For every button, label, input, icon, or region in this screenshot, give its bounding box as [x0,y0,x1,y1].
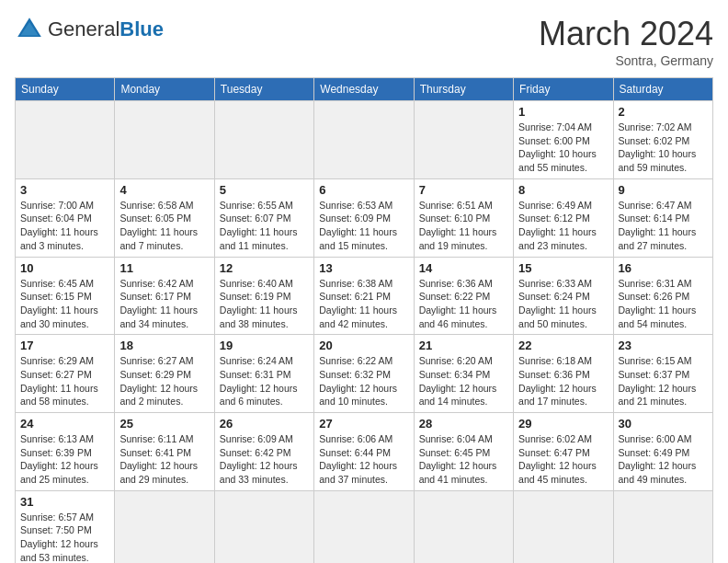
day-number: 18 [119,339,209,352]
day-number: 23 [619,339,708,352]
calendar-cell-r0c2 [214,101,313,179]
day-number: 12 [220,261,309,275]
logo-text: GeneralBlue [48,17,164,41]
page-header: GeneralBlue March 2024 Sontra, Germany [15,15,713,68]
calendar-cell-r0c4 [414,101,513,179]
day-info: Sunrise: 6:53 AM Sunset: 6:09 PM Dayligh… [319,199,408,253]
day-info: Sunrise: 6:49 AM Sunset: 6:12 PM Dayligh… [518,199,608,253]
day-number: 15 [518,261,608,275]
calendar-cell-r5c5 [514,490,613,563]
day-info: Sunrise: 6:13 AM Sunset: 6:39 PM Dayligh… [20,432,109,487]
day-info: Sunrise: 6:38 AM Sunset: 6:21 PM Dayligh… [319,277,408,331]
calendar-cell-r2c6: 16Sunrise: 6:31 AM Sunset: 6:26 PM Dayli… [613,257,712,335]
calendar-cell-r0c5: 1Sunrise: 7:04 AM Sunset: 6:00 PM Daylig… [514,101,613,179]
calendar-cell-r4c0: 24Sunrise: 6:13 AM Sunset: 6:39 PM Dayli… [16,413,115,491]
day-info: Sunrise: 6:11 AM Sunset: 6:41 PM Dayligh… [119,432,209,487]
calendar-cell-r1c5: 8Sunrise: 6:49 AM Sunset: 6:12 PM Daylig… [514,178,613,257]
weekday-header-row: SundayMondayTuesdayWednesdayThursdayFrid… [16,78,713,101]
day-number: 22 [518,339,608,352]
day-number: 5 [220,183,309,197]
location-subtitle: Sontra, Germany [539,53,713,68]
weekday-header-sunday: Sunday [16,78,115,101]
day-number: 31 [20,495,109,509]
day-info: Sunrise: 6:36 AM Sunset: 6:22 PM Dayligh… [419,277,508,331]
day-number: 24 [20,417,109,431]
calendar-cell-r2c1: 11Sunrise: 6:42 AM Sunset: 6:17 PM Dayli… [115,257,214,335]
day-info: Sunrise: 6:33 AM Sunset: 6:24 PM Dayligh… [518,277,608,331]
calendar-row-3: 17Sunrise: 6:29 AM Sunset: 6:27 PM Dayli… [16,335,713,413]
day-number: 30 [619,417,708,431]
day-info: Sunrise: 6:58 AM Sunset: 6:05 PM Dayligh… [119,199,209,253]
calendar-cell-r5c0: 31Sunrise: 6:57 AM Sunset: 7:50 PM Dayli… [16,490,115,563]
calendar-cell-r1c1: 4Sunrise: 6:58 AM Sunset: 6:05 PM Daylig… [115,178,214,257]
day-number: 26 [220,417,309,431]
weekday-header-monday: Monday [115,78,214,101]
calendar-row-4: 24Sunrise: 6:13 AM Sunset: 6:39 PM Dayli… [16,413,713,491]
calendar-cell-r3c3: 20Sunrise: 6:22 AM Sunset: 6:32 PM Dayli… [314,335,414,413]
calendar-cell-r2c4: 14Sunrise: 6:36 AM Sunset: 6:22 PM Dayli… [414,257,513,335]
day-number: 4 [119,183,209,197]
calendar-cell-r5c3 [314,490,414,563]
day-number: 19 [220,339,309,352]
calendar-cell-r1c2: 5Sunrise: 6:55 AM Sunset: 6:07 PM Daylig… [214,178,313,257]
calendar-cell-r5c1 [115,490,214,563]
calendar-cell-r0c3 [314,101,414,179]
weekday-header-tuesday: Tuesday [214,78,313,101]
day-info: Sunrise: 6:51 AM Sunset: 6:10 PM Dayligh… [419,199,508,253]
day-number: 2 [619,105,708,119]
day-number: 17 [20,339,109,352]
day-info: Sunrise: 6:31 AM Sunset: 6:26 PM Dayligh… [619,277,708,331]
day-number: 21 [419,339,508,352]
calendar-cell-r2c0: 10Sunrise: 6:45 AM Sunset: 6:15 PM Dayli… [16,257,115,335]
day-number: 9 [619,183,708,197]
day-info: Sunrise: 6:04 AM Sunset: 6:45 PM Dayligh… [419,432,508,487]
day-number: 7 [419,183,508,197]
day-info: Sunrise: 6:00 AM Sunset: 6:49 PM Dayligh… [619,432,708,487]
calendar-row-0: 1Sunrise: 7:04 AM Sunset: 6:00 PM Daylig… [16,101,713,179]
day-info: Sunrise: 6:27 AM Sunset: 6:29 PM Dayligh… [119,354,209,408]
calendar-cell-r1c3: 6Sunrise: 6:53 AM Sunset: 6:09 PM Daylig… [314,178,414,257]
day-info: Sunrise: 6:42 AM Sunset: 6:17 PM Dayligh… [119,277,209,331]
calendar-cell-r2c3: 13Sunrise: 6:38 AM Sunset: 6:21 PM Dayli… [314,257,414,335]
day-number: 28 [419,417,508,431]
calendar-table: SundayMondayTuesdayWednesdayThursdayFrid… [15,77,713,563]
day-info: Sunrise: 6:02 AM Sunset: 6:47 PM Dayligh… [518,432,608,487]
day-info: Sunrise: 6:18 AM Sunset: 6:36 PM Dayligh… [518,354,608,408]
day-number: 25 [119,417,209,431]
day-info: Sunrise: 6:45 AM Sunset: 6:15 PM Dayligh… [20,277,109,331]
day-info: Sunrise: 6:40 AM Sunset: 6:19 PM Dayligh… [220,277,309,331]
calendar-row-5: 31Sunrise: 6:57 AM Sunset: 7:50 PM Dayli… [16,490,713,563]
calendar-cell-r4c3: 27Sunrise: 6:06 AM Sunset: 6:44 PM Dayli… [314,413,414,491]
day-info: Sunrise: 7:02 AM Sunset: 6:02 PM Dayligh… [619,121,708,175]
day-info: Sunrise: 6:47 AM Sunset: 6:14 PM Dayligh… [619,199,708,253]
calendar-cell-r4c1: 25Sunrise: 6:11 AM Sunset: 6:41 PM Dayli… [115,413,214,491]
calendar-cell-r3c5: 22Sunrise: 6:18 AM Sunset: 6:36 PM Dayli… [514,335,613,413]
day-number: 10 [20,261,109,275]
calendar-cell-r3c2: 19Sunrise: 6:24 AM Sunset: 6:31 PM Dayli… [214,335,313,413]
day-info: Sunrise: 6:20 AM Sunset: 6:34 PM Dayligh… [419,354,508,408]
day-number: 27 [319,417,408,431]
day-number: 16 [619,261,708,275]
weekday-header-saturday: Saturday [613,78,712,101]
calendar-cell-r5c2 [214,490,313,563]
day-info: Sunrise: 7:04 AM Sunset: 6:00 PM Dayligh… [518,121,608,175]
day-number: 29 [518,417,608,431]
calendar-cell-r1c0: 3Sunrise: 7:00 AM Sunset: 6:04 PM Daylig… [16,178,115,257]
calendar-cell-r4c2: 26Sunrise: 6:09 AM Sunset: 6:42 PM Dayli… [214,413,313,491]
calendar-row-2: 10Sunrise: 6:45 AM Sunset: 6:15 PM Dayli… [16,257,713,335]
day-info: Sunrise: 6:09 AM Sunset: 6:42 PM Dayligh… [220,432,309,487]
calendar-cell-r2c2: 12Sunrise: 6:40 AM Sunset: 6:19 PM Dayli… [214,257,313,335]
logo: GeneralBlue [15,15,164,44]
calendar-cell-r4c5: 29Sunrise: 6:02 AM Sunset: 6:47 PM Dayli… [514,413,613,491]
calendar-cell-r0c0 [16,101,115,179]
weekday-header-friday: Friday [514,78,613,101]
calendar-cell-r2c5: 15Sunrise: 6:33 AM Sunset: 6:24 PM Dayli… [514,257,613,335]
day-info: Sunrise: 6:06 AM Sunset: 6:44 PM Dayligh… [319,432,408,487]
day-number: 8 [518,183,608,197]
calendar-cell-r3c4: 21Sunrise: 6:20 AM Sunset: 6:34 PM Dayli… [414,335,513,413]
calendar-cell-r4c4: 28Sunrise: 6:04 AM Sunset: 6:45 PM Dayli… [414,413,513,491]
day-number: 6 [319,183,408,197]
calendar-cell-r3c6: 23Sunrise: 6:15 AM Sunset: 6:37 PM Dayli… [613,335,712,413]
day-info: Sunrise: 6:15 AM Sunset: 6:37 PM Dayligh… [619,354,708,408]
day-info: Sunrise: 6:55 AM Sunset: 6:07 PM Dayligh… [220,199,309,253]
